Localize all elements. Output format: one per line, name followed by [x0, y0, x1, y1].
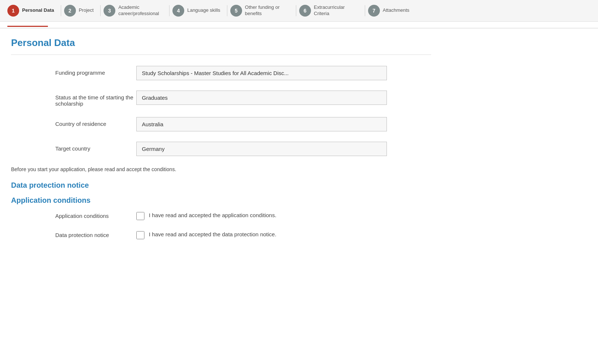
page-title: Personal Data [11, 37, 431, 49]
conditions-notice: Before you start your application, pleas… [11, 166, 431, 172]
step-5[interactable]: 5 Other funding or benefits [230, 4, 296, 17]
funding-programme-label: Funding programme [11, 66, 136, 76]
step-4[interactable]: 4 Language skills [172, 5, 227, 17]
data-protection-heading[interactable]: Data protection notice [11, 181, 431, 190]
app-conditions-checkbox-text: I have read and accepted the application… [149, 211, 276, 220]
target-country-label: Target country [11, 142, 136, 152]
active-tab-underline [7, 26, 48, 27]
app-conditions-section: Application conditions I have read and a… [11, 211, 431, 239]
status-row: Status at the time of starting the schol… [11, 91, 431, 107]
funding-programme-input[interactable] [136, 66, 387, 80]
step-divider-6 [365, 5, 365, 16]
data-protection-checkbox-field: I have read and accepted the data protec… [136, 230, 387, 239]
stepper: 1 Personal Data 2 Project 3 Academic car… [0, 0, 598, 22]
step-circle-5: 5 [230, 5, 242, 17]
step-6[interactable]: 6 Extracurricular Criteria [299, 4, 365, 17]
data-protection-row: Data protection notice I have read and a… [11, 230, 431, 239]
step-label-5: Other funding or benefits [245, 4, 289, 17]
target-country-input[interactable] [136, 142, 387, 156]
app-conditions-row: Application conditions I have read and a… [11, 211, 431, 220]
data-protection-checkbox[interactable] [136, 231, 144, 239]
status-label: Status at the time of starting the schol… [11, 91, 136, 107]
app-conditions-checkbox-field: I have read and accepted the application… [136, 211, 387, 220]
step-label-4: Language skills [187, 7, 220, 14]
step-1[interactable]: 1 Personal Data [7, 5, 61, 17]
target-country-field [136, 142, 387, 156]
step-7[interactable]: 7 Attachments [368, 5, 416, 17]
step-divider-4 [227, 5, 227, 16]
step-circle-7: 7 [368, 5, 380, 17]
step-label-1: Personal Data [22, 7, 54, 14]
country-residence-input[interactable] [136, 117, 387, 131]
step-3[interactable]: 3 Academic career/professional [104, 4, 169, 17]
app-conditions-checkbox[interactable] [136, 212, 144, 220]
main-content: Personal Data Funding programme Status a… [0, 28, 442, 264]
target-country-row: Target country [11, 142, 431, 156]
step-2[interactable]: 2 Project [64, 5, 100, 17]
section-divider [11, 54, 431, 55]
step-circle-3: 3 [104, 5, 115, 17]
funding-programme-row: Funding programme [11, 66, 431, 80]
country-residence-field [136, 117, 387, 131]
step-circle-1: 1 [7, 5, 19, 17]
status-field [136, 91, 387, 105]
country-residence-row: Country of residence [11, 117, 431, 131]
app-conditions-checkbox-label: Application conditions [11, 211, 136, 219]
step-label-2: Project [79, 7, 94, 14]
data-protection-checkbox-label: Data protection notice [11, 230, 136, 238]
step-circle-2: 2 [64, 5, 76, 17]
step-circle-6: 6 [299, 5, 311, 17]
step-divider-1 [61, 5, 61, 16]
funding-programme-field [136, 66, 387, 80]
tab-underline-wrap [0, 22, 598, 28]
app-conditions-heading[interactable]: Application conditions [11, 196, 431, 205]
step-divider-2 [100, 5, 101, 16]
data-protection-checkbox-text: I have read and accepted the data protec… [149, 230, 276, 239]
step-label-6: Extracurricular Criteria [314, 4, 358, 17]
step-divider-3 [169, 5, 169, 16]
status-input[interactable] [136, 91, 387, 105]
step-circle-4: 4 [172, 5, 184, 17]
step-label-7: Attachments [383, 7, 409, 14]
step-divider-5 [296, 5, 296, 16]
step-label-3: Academic career/professional [118, 4, 162, 17]
country-residence-label: Country of residence [11, 117, 136, 127]
